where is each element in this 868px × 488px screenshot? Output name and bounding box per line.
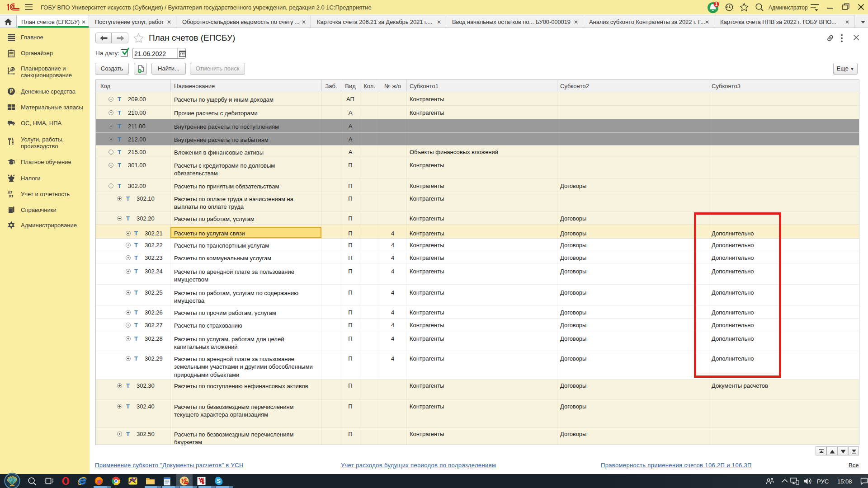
svg-text:S: S bbox=[217, 478, 221, 484]
svg-text:1: 1 bbox=[715, 2, 718, 7]
svg-text:Кт: Кт bbox=[9, 194, 13, 198]
svg-text:₽: ₽ bbox=[10, 89, 14, 94]
svg-text:₽: ₽ bbox=[11, 67, 14, 71]
